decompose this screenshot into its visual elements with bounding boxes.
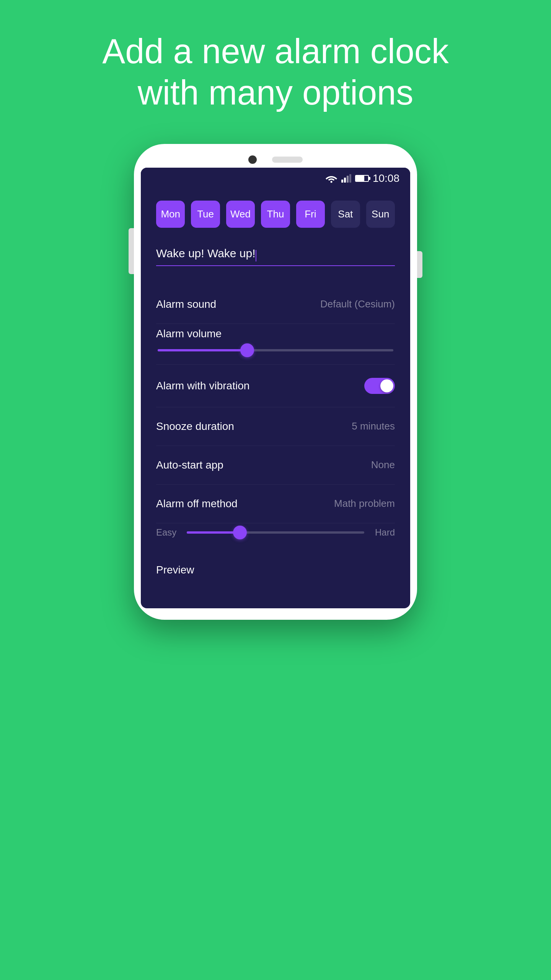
alarm-vibration-toggle[interactable] xyxy=(364,378,395,394)
day-btn-tue[interactable]: Tue xyxy=(191,201,220,228)
hero-text: Add a new alarm clock with many options xyxy=(64,31,487,113)
speaker xyxy=(272,157,303,163)
side-buttons xyxy=(417,251,422,278)
settings-row-0[interactable]: Alarm sound Default (Cesium) xyxy=(156,285,395,324)
text-cursor xyxy=(256,250,256,261)
alarm-volume-label: Alarm volume xyxy=(156,328,395,340)
difficulty-slider-track[interactable] xyxy=(187,531,364,534)
screen: 10:08 MonTueWedThuFriSatSun Wake up! Wak… xyxy=(141,168,410,608)
toggle-knob xyxy=(380,379,393,392)
camera xyxy=(248,155,257,164)
battery-icon xyxy=(355,175,369,182)
easy-label: Easy xyxy=(156,527,179,538)
svg-rect-3 xyxy=(347,176,349,183)
left-buttons xyxy=(129,228,134,274)
alarm-vibration-row[interactable]: Alarm with vibration xyxy=(156,365,395,407)
day-btn-wed[interactable]: Wed xyxy=(226,201,255,228)
day-btn-mon[interactable]: Mon xyxy=(156,201,185,228)
power-button[interactable] xyxy=(417,251,422,278)
day-btn-sat[interactable]: Sat xyxy=(331,201,360,228)
svg-point-0 xyxy=(330,181,332,183)
settings-row-5[interactable]: Alarm off method Math problem xyxy=(156,485,395,523)
phone-top-bar xyxy=(141,155,410,164)
status-bar: 10:08 xyxy=(141,168,410,189)
volume-slider-track[interactable] xyxy=(158,349,393,351)
signal-icon xyxy=(341,174,351,183)
day-btn-thu[interactable]: Thu xyxy=(261,201,290,228)
settings-list: Alarm sound Default (Cesium) Alarm volum… xyxy=(156,285,395,589)
status-time: 10:08 xyxy=(373,172,399,185)
difficulty-slider-row: Easy Hard xyxy=(156,523,395,551)
preview-row[interactable]: Preview xyxy=(156,551,395,589)
alarm-vibration-label: Alarm with vibration xyxy=(156,380,249,392)
svg-rect-4 xyxy=(349,174,351,183)
hero-line1: Add a new alarm clock xyxy=(102,32,448,70)
day-btn-fri[interactable]: Fri xyxy=(296,201,325,228)
settings-row-3[interactable]: Snooze duration 5 minutes xyxy=(156,407,395,446)
phone-shell: 10:08 MonTueWedThuFriSatSun Wake up! Wak… xyxy=(134,144,417,620)
wifi-icon xyxy=(325,174,337,183)
svg-rect-1 xyxy=(341,180,343,183)
settings-row-4[interactable]: Auto-start app None xyxy=(156,446,395,485)
app-content: MonTueWedThuFriSatSun Wake up! Wake up! … xyxy=(141,189,410,608)
settings-value-5: Math problem xyxy=(334,498,395,510)
settings-value-3: 5 minutes xyxy=(352,420,395,432)
alarm-label-container[interactable]: Wake up! Wake up! xyxy=(156,247,395,266)
status-icons: 10:08 xyxy=(325,172,399,185)
settings-value-0: Default (Cesium) xyxy=(320,298,395,310)
day-btn-sun[interactable]: Sun xyxy=(366,201,395,228)
alarm-volume-row: Alarm volume xyxy=(156,324,395,365)
hero-line2: with many options xyxy=(138,74,413,112)
settings-label-0: Alarm sound xyxy=(156,298,216,310)
settings-label-3: Snooze duration xyxy=(156,420,234,433)
preview-label: Preview xyxy=(156,564,194,576)
volume-button[interactable] xyxy=(129,228,134,274)
alarm-label-text: Wake up! Wake up! xyxy=(156,247,256,260)
settings-label-4: Auto-start app xyxy=(156,459,223,471)
days-row: MonTueWedThuFriSatSun xyxy=(156,201,395,228)
settings-label-5: Alarm off method xyxy=(156,498,238,510)
hard-label: Hard xyxy=(372,527,395,538)
settings-value-4: None xyxy=(371,459,395,471)
svg-rect-2 xyxy=(344,178,346,183)
